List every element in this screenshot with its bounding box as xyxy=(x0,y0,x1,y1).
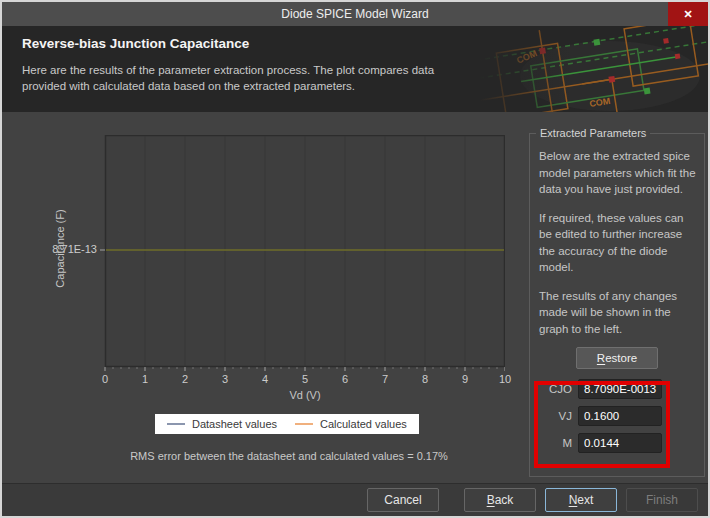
x-tick-label: 3 xyxy=(215,373,235,385)
x-tick-label: 0 xyxy=(95,373,115,385)
cjo-label: CJO xyxy=(542,383,572,395)
rms-error-text: RMS error between the datasheet and calc… xyxy=(49,450,529,462)
legend-label-datasheet: Datasheet values xyxy=(192,418,277,430)
x-tick-label: 5 xyxy=(295,373,315,385)
parameters-description-1: Below are the extracted spice model para… xyxy=(539,148,696,198)
cjo-input[interactable] xyxy=(578,379,662,399)
wizard-page-body: Capacitance (F) 8.71E-13 012345678910 Vd… xyxy=(2,112,708,483)
wizard-page-header: Reverse-bias Junction Capacitance Here a… xyxy=(2,26,708,112)
page-title: Reverse-bias Junction Capacitance xyxy=(22,36,249,51)
vj-input[interactable] xyxy=(578,406,662,426)
restore-button[interactable]: Restore xyxy=(576,347,658,369)
groupbox-legend: Extracted Parameters xyxy=(536,127,650,139)
m-input[interactable] xyxy=(578,433,662,453)
wizard-dialog: Diode SPICE Model Wizard ✕ Reverse-bias … xyxy=(0,0,710,518)
page-description: Here are the results of the parameter ex… xyxy=(22,62,434,94)
m-label: M xyxy=(542,437,572,449)
button-bar: Cancel Back Next Finish xyxy=(2,483,708,516)
vj-label: VJ xyxy=(542,410,572,422)
legend-label-calculated: Calculated values xyxy=(320,418,407,430)
legend-item-datasheet: Datasheet values xyxy=(167,418,277,430)
extracted-parameters-groupbox: Extracted Parameters Below are the extra… xyxy=(529,133,705,477)
finish-button: Finish xyxy=(626,488,698,512)
y-tick-label: 8.71E-13 xyxy=(38,243,97,255)
parameters-description-2: If required, these values can be edited … xyxy=(539,210,696,276)
window-title: Diode SPICE Model Wizard xyxy=(2,2,708,26)
legend-item-calculated: Calculated values xyxy=(295,418,407,430)
title-bar: Diode SPICE Model Wizard ✕ xyxy=(2,2,708,26)
x-tick-label: 2 xyxy=(175,373,195,385)
x-axis-label: Vd (V) xyxy=(105,389,505,401)
x-tick-label: 10 xyxy=(495,373,515,385)
close-icon: ✕ xyxy=(683,8,692,20)
schematic-preview-image: COM COM xyxy=(480,26,708,112)
x-tick-label: 6 xyxy=(335,373,355,385)
x-tick-labels: 012345678910 xyxy=(105,373,505,387)
x-tick-label: 4 xyxy=(255,373,275,385)
back-button[interactable]: Back xyxy=(464,488,536,512)
x-tick-label: 7 xyxy=(375,373,395,385)
param-row-vj: VJ xyxy=(542,406,704,426)
param-row-m: M xyxy=(542,433,704,453)
x-tick-label: 9 xyxy=(455,373,475,385)
param-row-cjo: CJO xyxy=(542,379,704,399)
x-tick-label: 8 xyxy=(415,373,435,385)
capacitance-plot xyxy=(99,135,505,373)
x-tick-label: 1 xyxy=(135,373,155,385)
cancel-button[interactable]: Cancel xyxy=(367,488,439,512)
chart-legend: Datasheet values Calculated values xyxy=(155,414,419,434)
datasheet-line-swatch xyxy=(167,423,185,425)
close-button[interactable]: ✕ xyxy=(668,2,708,26)
next-button[interactable]: Next xyxy=(545,488,617,512)
calculated-line-swatch xyxy=(295,423,313,425)
parameters-description-3: The results of any changes made will be … xyxy=(539,288,696,338)
